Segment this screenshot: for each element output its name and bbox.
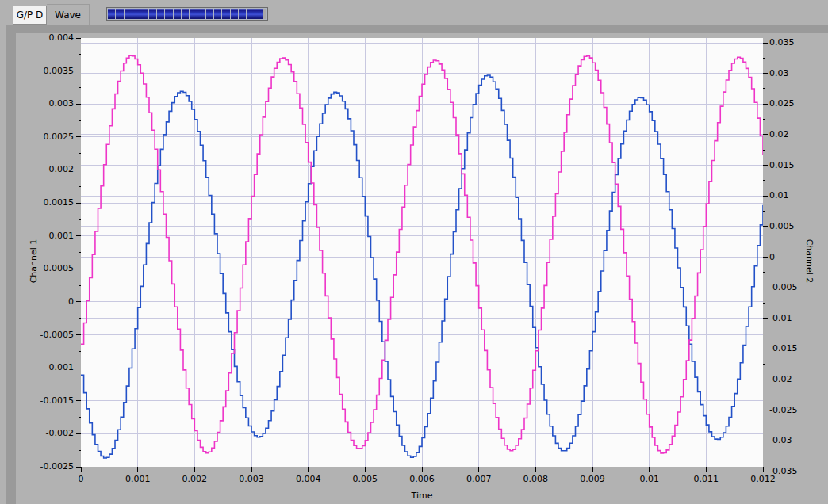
x-tick-label: 0.008 bbox=[508, 474, 563, 485]
tab-wave[interactable]: Wave bbox=[47, 4, 90, 25]
y-left-tick-label: 0.003 bbox=[16, 98, 74, 109]
y-left-tick-label: 0.001 bbox=[16, 231, 74, 242]
front-panel: G/P D Wave 0.0040.00350.0030.00250.0020.… bbox=[0, 0, 828, 504]
y-left-tick-label: 0.0025 bbox=[16, 132, 74, 143]
x-axis-title: Time bbox=[390, 491, 454, 501]
plot-area bbox=[63, 30, 785, 480]
progress-segment bbox=[132, 9, 140, 19]
x-tick-label: 0.006 bbox=[394, 474, 450, 485]
x-tick-label: 0.005 bbox=[337, 474, 393, 485]
x-tick-label: 0.002 bbox=[167, 474, 222, 485]
progress-segment bbox=[174, 9, 181, 19]
y-left-tick-label: -0.0025 bbox=[16, 461, 74, 472]
y-right-tick-label: 0.025 bbox=[769, 98, 825, 109]
progress-segment bbox=[214, 9, 221, 19]
progress-segment bbox=[247, 9, 254, 19]
progress-trough bbox=[263, 9, 266, 19]
x-tick-label: 0.01 bbox=[622, 474, 677, 485]
progress-segment bbox=[157, 9, 164, 19]
x-tick-label: 0.011 bbox=[678, 474, 734, 485]
tab-page-edge-left bbox=[6, 25, 16, 504]
y-right-tick-label: -0.02 bbox=[769, 374, 825, 385]
y-right-tick-label: 0.005 bbox=[769, 221, 825, 232]
y-left-axis-title: Channel 1 bbox=[29, 230, 39, 293]
y-right-tick-label: -0.015 bbox=[769, 343, 825, 354]
x-tick-label: 0.009 bbox=[565, 474, 620, 485]
progress-segment bbox=[255, 9, 263, 19]
y-left-tick-label: 0.002 bbox=[16, 164, 74, 175]
y-right-tick-label: -0.01 bbox=[769, 313, 825, 324]
y-right-tick-label: 0.01 bbox=[769, 190, 825, 201]
y-left-tick-label: 0.0035 bbox=[16, 66, 74, 77]
tab-wave-label: Wave bbox=[55, 10, 81, 21]
progress-segment bbox=[125, 9, 132, 19]
y-right-axis-title: Channel 2 bbox=[804, 230, 815, 293]
progress-segment bbox=[108, 9, 115, 19]
x-tick-label: 0.004 bbox=[281, 474, 336, 485]
progress-segment bbox=[222, 9, 229, 19]
progress-bar bbox=[106, 7, 268, 21]
y-left-tick-label: 0.0005 bbox=[16, 263, 74, 274]
progress-segment bbox=[239, 9, 246, 19]
y-right-tick-label: -0.025 bbox=[769, 405, 825, 416]
y-left-tick-label: 0.0015 bbox=[16, 197, 74, 208]
y-right-tick-label: 0 bbox=[769, 252, 825, 263]
progress-segment bbox=[231, 9, 238, 19]
y-right-tick-label: 0.03 bbox=[769, 68, 825, 79]
x-tick-label: 0.003 bbox=[224, 474, 279, 485]
progress-segment bbox=[182, 9, 189, 19]
x-tick-label: 0.012 bbox=[735, 474, 791, 485]
y-left-tick-label: 0.004 bbox=[16, 32, 74, 44]
progress-segment bbox=[197, 9, 205, 19]
progress-segment bbox=[206, 9, 213, 19]
progress-segment bbox=[190, 9, 197, 19]
x-tick-label: 0.007 bbox=[451, 474, 507, 485]
y-right-tick-label: -0.005 bbox=[769, 282, 825, 293]
progress-segment bbox=[165, 9, 172, 19]
y-right-tick-label: 0.015 bbox=[769, 160, 825, 171]
y-left-tick-label: -0.002 bbox=[16, 428, 74, 439]
y-left-tick-label: 0 bbox=[16, 296, 74, 307]
x-tick-label: 0 bbox=[53, 474, 109, 485]
tab-gpd[interactable]: G/P D bbox=[13, 6, 47, 25]
x-tick-label: 0.001 bbox=[110, 474, 166, 485]
y-left-tick-label: -0.0015 bbox=[16, 395, 74, 407]
y-right-tick-label: 0.035 bbox=[769, 37, 825, 48]
progress-segment bbox=[140, 9, 148, 19]
y-right-tick-label: -0.03 bbox=[769, 435, 825, 446]
y-left-tick-label: -0.001 bbox=[16, 362, 74, 373]
progress-segment bbox=[149, 9, 156, 19]
progress-segment bbox=[116, 9, 123, 19]
y-right-tick-label: 0.02 bbox=[769, 129, 825, 140]
tab-gpd-label: G/P D bbox=[17, 10, 44, 21]
y-left-tick-label: -0.0005 bbox=[16, 330, 74, 341]
